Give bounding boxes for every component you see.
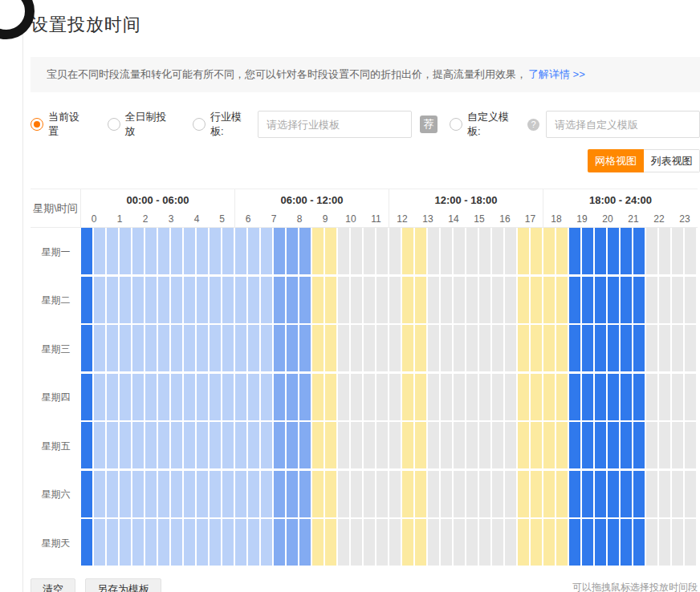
time-slot-cell[interactable]: [633, 374, 646, 420]
time-slot-cell[interactable]: [466, 374, 479, 420]
time-slot-cell[interactable]: [158, 422, 171, 468]
time-slot-cell[interactable]: [81, 422, 94, 468]
time-slot-cell[interactable]: [415, 228, 428, 274]
time-slot-cell[interactable]: [466, 277, 479, 323]
time-slot-cell[interactable]: [621, 277, 633, 323]
time-slot-cell[interactable]: [197, 422, 210, 468]
time-slot-cell[interactable]: [222, 277, 235, 323]
time-slot-cell[interactable]: [543, 422, 556, 468]
time-slot-cell[interactable]: [633, 228, 646, 274]
time-slot-cell[interactable]: [312, 374, 325, 420]
time-slot-cell[interactable]: [518, 422, 531, 468]
time-slot-cell[interactable]: [261, 374, 274, 420]
time-slot-cell[interactable]: [633, 519, 646, 566]
time-slot-cell[interactable]: [120, 422, 132, 468]
time-slot-cell[interactable]: [659, 228, 672, 274]
time-slot-cell[interactable]: [81, 277, 94, 323]
time-slot-cell[interactable]: [595, 228, 608, 274]
time-slot-cell[interactable]: [81, 519, 94, 566]
time-slot-cell[interactable]: [210, 374, 222, 420]
time-slot-cell[interactable]: [107, 228, 120, 274]
time-slot-cell[interactable]: [376, 374, 389, 420]
time-slot-cell[interactable]: [299, 374, 312, 420]
time-slot-cell[interactable]: [569, 471, 582, 517]
time-slot-cell[interactable]: [287, 471, 299, 517]
time-slot-cell[interactable]: [492, 471, 505, 517]
time-slot-cell[interactable]: [94, 374, 107, 420]
time-slot-cell[interactable]: [389, 277, 402, 323]
time-slot-cell[interactable]: [556, 325, 569, 371]
time-slot-cell[interactable]: [492, 277, 505, 323]
time-slot-cell[interactable]: [235, 374, 248, 420]
time-slot-cell[interactable]: [582, 228, 595, 274]
time-slot-cell[interactable]: [184, 422, 197, 468]
time-slot-cell[interactable]: [94, 519, 107, 566]
time-slot-cell[interactable]: [171, 471, 184, 517]
time-slot-cell[interactable]: [120, 228, 132, 274]
time-slot-cell[interactable]: [531, 277, 543, 323]
time-slot-cell[interactable]: [184, 519, 197, 566]
time-slot-cell[interactable]: [608, 471, 621, 517]
time-slot-cell[interactable]: [428, 374, 441, 420]
time-slot-cell[interactable]: [646, 325, 659, 371]
time-slot-cell[interactable]: [235, 277, 248, 323]
time-slot-cell[interactable]: [672, 422, 685, 468]
time-slot-cell[interactable]: [646, 422, 659, 468]
time-slot-cell[interactable]: [556, 374, 569, 420]
time-slot-cell[interactable]: [325, 228, 338, 274]
time-slot-cell[interactable]: [582, 519, 595, 566]
time-slot-cell[interactable]: [81, 471, 94, 517]
time-slot-cell[interactable]: [621, 422, 633, 468]
time-slot-cell[interactable]: [633, 325, 646, 371]
time-slot-cell[interactable]: [107, 374, 120, 420]
time-slot-cell[interactable]: [274, 519, 287, 566]
time-slot-cell[interactable]: [171, 277, 184, 323]
time-slot-cell[interactable]: [210, 325, 222, 371]
time-slot-cell[interactable]: [531, 325, 543, 371]
time-slot-cell[interactable]: [402, 471, 415, 517]
time-slot-cell[interactable]: [210, 422, 222, 468]
time-slot-cell[interactable]: [376, 325, 389, 371]
time-slot-cell[interactable]: [351, 471, 364, 517]
time-slot-cell[interactable]: [351, 374, 364, 420]
time-slot-cell[interactable]: [248, 519, 261, 566]
time-slot-cell[interactable]: [646, 374, 659, 420]
time-slot-cell[interactable]: [171, 325, 184, 371]
time-slot-cell[interactable]: [569, 422, 582, 468]
time-slot-cell[interactable]: [94, 228, 107, 274]
time-slot-cell[interactable]: [492, 422, 505, 468]
time-slot-cell[interactable]: [364, 277, 376, 323]
time-slot-cell[interactable]: [248, 422, 261, 468]
time-slot-cell[interactable]: [402, 228, 415, 274]
time-slot-cell[interactable]: [184, 228, 197, 274]
time-slot-cell[interactable]: [222, 471, 235, 517]
time-slot-cell[interactable]: [454, 228, 466, 274]
time-slot-cell[interactable]: [543, 325, 556, 371]
time-slot-cell[interactable]: [441, 228, 454, 274]
time-slot-cell[interactable]: [672, 277, 685, 323]
time-slot-cell[interactable]: [531, 471, 543, 517]
time-slot-cell[interactable]: [132, 374, 145, 420]
time-slot-cell[interactable]: [132, 422, 145, 468]
time-slot-cell[interactable]: [338, 325, 351, 371]
time-slot-cell[interactable]: [582, 277, 595, 323]
time-slot-cell[interactable]: [608, 277, 621, 323]
time-slot-cell[interactable]: [543, 277, 556, 323]
time-slot-cell[interactable]: [569, 228, 582, 274]
time-slot-cell[interactable]: [543, 228, 556, 274]
time-slot-cell[interactable]: [312, 277, 325, 323]
time-slot-cell[interactable]: [454, 277, 466, 323]
time-slot-cell[interactable]: [376, 277, 389, 323]
time-slot-cell[interactable]: [312, 228, 325, 274]
time-slot-cell[interactable]: [94, 277, 107, 323]
time-slot-cell[interactable]: [171, 422, 184, 468]
time-slot-cell[interactable]: [685, 228, 698, 274]
time-slot-cell[interactable]: [158, 519, 171, 566]
time-slot-cell[interactable]: [672, 374, 685, 420]
time-slot-cell[interactable]: [299, 422, 312, 468]
time-slot-cell[interactable]: [543, 519, 556, 566]
time-slot-cell[interactable]: [132, 471, 145, 517]
time-slot-cell[interactable]: [81, 325, 94, 371]
time-slot-cell[interactable]: [685, 374, 698, 420]
time-slot-cell[interactable]: [248, 374, 261, 420]
